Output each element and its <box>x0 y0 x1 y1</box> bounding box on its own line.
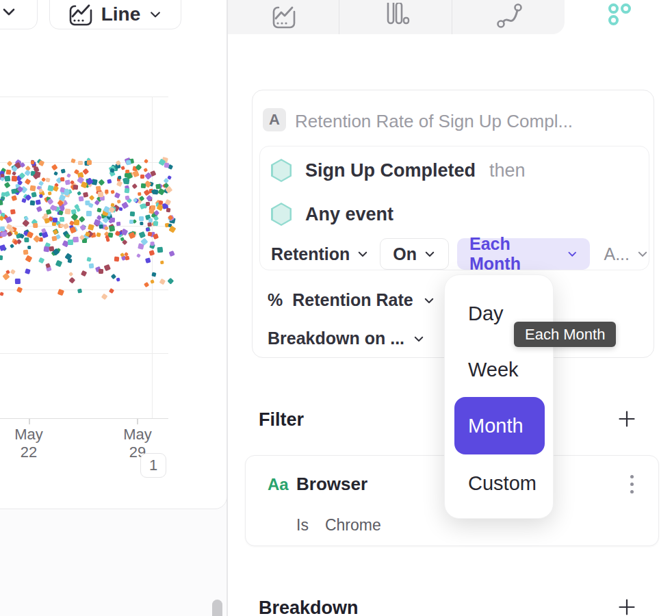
chevron-down-icon <box>357 248 369 260</box>
tooltip: Each Month <box>514 322 616 347</box>
bar-chart-tab-icon <box>383 3 410 31</box>
add-filter-button[interactable] <box>617 409 636 428</box>
filter-property-name: Browser <box>296 474 367 495</box>
chevron-down-icon <box>636 248 649 260</box>
filter-heading: Filter <box>259 409 304 431</box>
event-hexagon-icon <box>271 159 292 182</box>
pane-divider <box>227 0 228 616</box>
tab-flow-chart[interactable] <box>453 0 565 34</box>
kebab-menu-icon[interactable] <box>630 475 634 493</box>
event-name: Sign Up Completed <box>305 160 476 181</box>
tab-separator <box>452 0 452 34</box>
event-row-return[interactable]: Any event <box>271 203 393 226</box>
menu-item-day[interactable]: Day <box>468 303 504 325</box>
pagination-label: 1 <box>149 457 157 474</box>
flow-chart-tab-icon <box>495 3 523 31</box>
chevron-down-icon <box>567 248 578 260</box>
collapsed-dropdown-button[interactable] <box>0 0 38 29</box>
on-label: On <box>393 244 417 264</box>
measure-label: Retention <box>271 244 350 264</box>
event-card: Sign Up Completed then Any event Retenti… <box>259 146 649 270</box>
add-breakdown-button[interactable] <box>617 598 636 616</box>
event-name: Any event <box>305 204 393 225</box>
property-type-badge: Aa <box>268 475 289 494</box>
query-row-letter: A <box>269 111 280 129</box>
event-row-first[interactable]: Sign Up Completed then <box>271 159 526 182</box>
chevron-down-icon <box>148 8 162 21</box>
x-axis-label: May 22 <box>4 426 53 461</box>
filter-operator: Is <box>296 516 309 535</box>
interval-label: Each Month <box>469 234 558 274</box>
plus-icon <box>617 409 636 428</box>
filter-condition[interactable]: Is Chrome <box>296 516 381 535</box>
event-suffix: then <box>489 160 526 181</box>
tab-bar-chart[interactable] <box>340 0 452 34</box>
pagination-page-button[interactable]: 1 <box>140 453 166 478</box>
query-title[interactable]: Retention Rate of Sign Up Compl... <box>295 111 573 132</box>
actor-label: A... <box>604 244 630 264</box>
chevron-down-icon <box>413 333 425 345</box>
measure-dropdown[interactable]: Retention <box>268 244 372 264</box>
breakdown-on-label: Breakdown on ... <box>268 329 404 348</box>
line-chart-icon <box>68 2 93 27</box>
filter-value: Chrome <box>325 516 381 535</box>
chart-type-line-button[interactable]: Line <box>49 0 181 29</box>
metric-dropdown[interactable]: % Retention Rate < <box>268 290 454 310</box>
chevron-down-icon <box>423 294 435 307</box>
query-row-badge: A <box>263 108 286 131</box>
analytics-app: May 22 May 29 1 Line <box>0 0 672 616</box>
breakdown-heading: Breakdown <box>259 598 359 616</box>
line-button-label: Line <box>101 3 141 25</box>
event-hexagon-icon <box>271 203 292 226</box>
plus-icon <box>617 598 636 616</box>
percent-icon: % <box>268 290 283 310</box>
scrollbar-thumb[interactable] <box>212 600 222 616</box>
interval-dropdown[interactable]: Each Month <box>457 238 590 270</box>
line-chart-tab-icon <box>272 3 296 31</box>
chevron-down-icon <box>424 248 436 260</box>
retention-controls-row: Retention On Each Month <box>268 238 649 270</box>
menu-item-week[interactable]: Week <box>468 359 519 381</box>
scatter-dots-icon[interactable] <box>606 3 633 26</box>
menu-item-custom[interactable]: Custom <box>468 472 537 495</box>
tooltip-text: Each Month <box>525 326 605 344</box>
on-dropdown[interactable]: On <box>380 238 449 270</box>
actor-dropdown[interactable]: A... <box>598 244 649 264</box>
interval-dropdown-menu: Day Week Month Custom <box>444 274 554 519</box>
breakdown-on-dropdown[interactable]: Breakdown on ... <box>268 329 425 348</box>
metric-label: Retention Rate <box>292 290 413 310</box>
menu-item-month[interactable]: Month <box>454 397 545 454</box>
chart-pane: May 22 May 29 1 Line <box>0 0 227 616</box>
chevron-down-icon <box>1 3 17 20</box>
tab-line-chart[interactable] <box>228 0 339 34</box>
menu-item-label: Month <box>468 415 524 437</box>
